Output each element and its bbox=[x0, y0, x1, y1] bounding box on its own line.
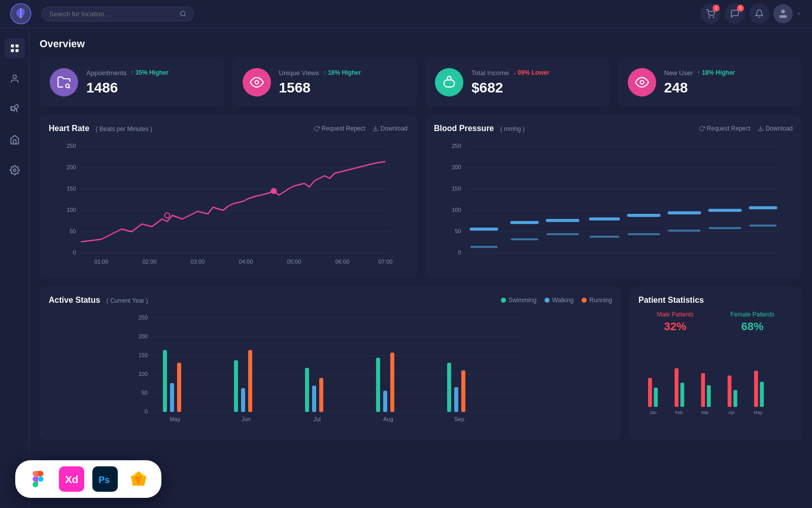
svg-text:0: 0 bbox=[73, 249, 76, 256]
appointments-label: Appointments ↑ 35% Higher bbox=[86, 69, 214, 77]
active-status-title-area: Active Status ( Current Year ) bbox=[49, 296, 148, 305]
swimming-dot bbox=[501, 298, 506, 303]
blood-pressure-actions: Request Repect Download bbox=[699, 125, 793, 132]
blood-pressure-title: Blood Pressure bbox=[434, 124, 494, 133]
female-patients-label: Female Patients 68% bbox=[730, 311, 774, 333]
svg-rect-105 bbox=[707, 385, 711, 407]
svg-text:150: 150 bbox=[452, 185, 461, 192]
notification-button[interactable] bbox=[749, 4, 769, 24]
newuser-eye-icon bbox=[635, 75, 649, 89]
search-input[interactable] bbox=[49, 10, 180, 18]
svg-text:Aug: Aug bbox=[383, 416, 393, 422]
svg-rect-111 bbox=[760, 382, 764, 407]
sidebar-item-settings[interactable] bbox=[5, 160, 25, 180]
cart-badge: 3 bbox=[713, 5, 720, 12]
sidebar-item-buildings[interactable] bbox=[5, 130, 25, 150]
avatar bbox=[773, 4, 793, 23]
heart-rate-chart: 250 200 150 100 50 0 01:00 bbox=[49, 140, 408, 267]
svg-text:150: 150 bbox=[66, 185, 76, 192]
svg-rect-89 bbox=[390, 353, 394, 412]
heart-rate-actions: Request Repect Download bbox=[314, 125, 408, 132]
newuser-change: ↑ 18% Higher bbox=[697, 69, 735, 76]
svg-point-10 bbox=[13, 169, 16, 172]
blood-pressure-title-area: Blood Pressure ( mmhg ) bbox=[434, 124, 525, 133]
svg-text:01:00: 01:00 bbox=[94, 259, 109, 265]
svg-text:Mar: Mar bbox=[701, 410, 709, 415]
active-status-legend: Swimming Walking Running bbox=[501, 297, 612, 304]
chat-button[interactable]: 5 bbox=[725, 4, 745, 24]
blood-pressure-download-button[interactable]: Download bbox=[758, 125, 793, 132]
svg-point-29 bbox=[272, 188, 277, 194]
svg-text:250: 250 bbox=[452, 143, 461, 149]
grid-icon bbox=[10, 43, 20, 53]
blood-pressure-chart: 250 200 150 100 50 0 bbox=[434, 140, 793, 267]
search-bar[interactable] bbox=[42, 7, 194, 21]
svg-text:150: 150 bbox=[139, 352, 148, 358]
svg-rect-84 bbox=[305, 368, 309, 412]
logo-icon bbox=[10, 3, 31, 24]
svg-point-14 bbox=[640, 81, 644, 84]
svg-text:50: 50 bbox=[70, 228, 76, 234]
legend-walking: Walking bbox=[545, 297, 573, 304]
cart-button[interactable]: 3 bbox=[700, 4, 721, 24]
svg-rect-79 bbox=[170, 383, 174, 412]
sidebar-item-user[interactable] bbox=[5, 69, 25, 89]
charts-row: Heart Rate ( Beats per Minutes ) Request… bbox=[40, 115, 802, 278]
heart-rate-subtitle: ( Beats per Minutes ) bbox=[95, 125, 152, 133]
svg-rect-99 bbox=[654, 388, 658, 407]
heart-rate-title: Heart Rate bbox=[49, 124, 89, 133]
sidebar-item-dashboard[interactable] bbox=[5, 38, 25, 58]
blood-pressure-subtitle: ( mmhg ) bbox=[500, 125, 525, 133]
figma-logo bbox=[30, 471, 46, 487]
user-sidebar-icon bbox=[10, 74, 20, 84]
svg-text:Feb: Feb bbox=[675, 410, 683, 415]
svg-text:Ps: Ps bbox=[98, 475, 110, 485]
svg-rect-88 bbox=[383, 391, 387, 412]
heart-rate-card: Heart Rate ( Beats per Minutes ) Request… bbox=[40, 115, 417, 278]
appointments-value: 1486 bbox=[86, 80, 214, 96]
newuser-label: New User ↑ 18% Higher bbox=[664, 69, 792, 77]
patient-stats-bars: Jan Feb Mar Apr May bbox=[638, 337, 793, 419]
svg-text:04:00: 04:00 bbox=[239, 259, 253, 265]
svg-rect-104 bbox=[701, 373, 705, 407]
male-pct: 32% bbox=[657, 320, 694, 333]
svg-text:50: 50 bbox=[455, 228, 461, 234]
svg-text:200: 200 bbox=[66, 164, 76, 170]
blood-pressure-request-button[interactable]: Request Repect bbox=[699, 125, 751, 132]
figma-icon bbox=[25, 466, 51, 492]
svg-point-28 bbox=[165, 213, 170, 218]
sketch-logo bbox=[129, 469, 148, 489]
svg-rect-102 bbox=[681, 383, 685, 407]
svg-text:0: 0 bbox=[145, 408, 148, 415]
svg-text:250: 250 bbox=[139, 314, 148, 321]
heart-rate-download-button[interactable]: Download bbox=[373, 125, 408, 132]
user-avatar-button[interactable] bbox=[773, 4, 802, 23]
refresh-bp-icon bbox=[699, 125, 705, 132]
sidebar-item-travel[interactable] bbox=[5, 99, 25, 119]
svg-rect-82 bbox=[241, 388, 245, 412]
search-icon bbox=[180, 10, 186, 17]
views-change: ↑ 18% Higher bbox=[323, 69, 361, 76]
svg-rect-5 bbox=[11, 45, 14, 48]
header: 3 5 bbox=[0, 0, 812, 28]
blood-pressure-header: Blood Pressure ( mmhg ) Request Repect D… bbox=[434, 124, 793, 133]
eye-icon bbox=[250, 75, 264, 89]
svg-text:250: 250 bbox=[66, 143, 76, 149]
legend-swimming: Swimming bbox=[501, 297, 536, 304]
svg-point-12 bbox=[255, 81, 258, 84]
svg-text:100: 100 bbox=[452, 207, 461, 213]
svg-rect-80 bbox=[177, 363, 181, 412]
heart-rate-request-button[interactable]: Request Repect bbox=[314, 125, 365, 132]
newuser-value: 248 bbox=[664, 80, 792, 96]
active-status-chart: 250 200 150 100 50 0 bbox=[49, 312, 612, 429]
xd-icon: Xd bbox=[59, 466, 84, 492]
svg-text:100: 100 bbox=[139, 371, 148, 377]
stat-card-newuser: New User ↑ 18% Higher 248 bbox=[618, 58, 802, 107]
sketch-icon bbox=[126, 466, 151, 492]
svg-rect-8 bbox=[15, 49, 18, 52]
patient-label-row: Male Patients 32% Female Patients 68% bbox=[638, 311, 793, 333]
svg-text:Jan: Jan bbox=[650, 410, 657, 415]
pill-icon bbox=[57, 75, 71, 89]
blood-pressure-card: Blood Pressure ( mmhg ) Request Repect D… bbox=[425, 115, 802, 278]
bell-icon bbox=[755, 9, 764, 18]
